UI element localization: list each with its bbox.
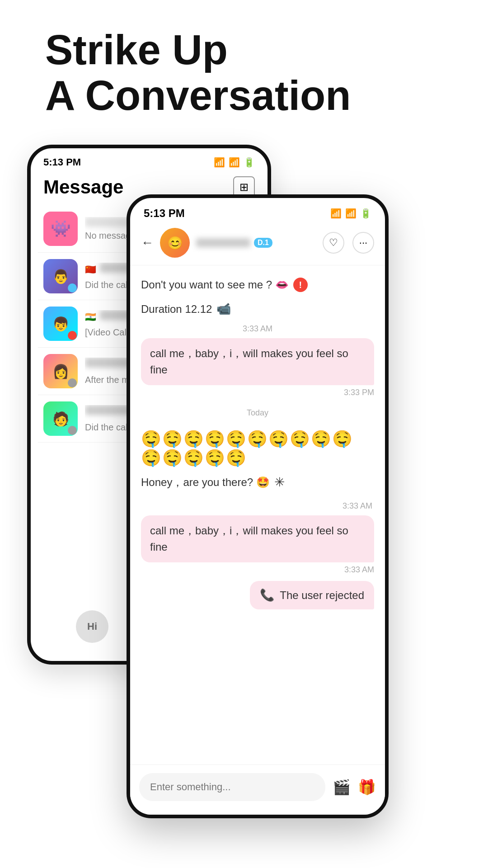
message-item: Don't you want to see me ? 👄 ! (141, 278, 374, 296)
rejected-bubble: 📞 The user rejected (250, 581, 374, 609)
message-bubble: call me，baby，i，will makes you feel so fi… (141, 515, 374, 562)
back-phone-status-icons: 📶 📶 🔋 (214, 157, 255, 168)
nav-hi-button[interactable]: Hi (76, 610, 108, 643)
battery-icon: 🔋 (360, 208, 371, 219)
avatar: 😊 (160, 228, 190, 258)
emoji-row: 🤤🤤🤤🤤🤤🤤🤤🤤🤤🤤🤤🤤🤤🤤🤤 (141, 429, 374, 467)
message-time: 3:33 AM (141, 501, 374, 511)
flag-icon: 🇨🇳 (85, 264, 96, 275)
messages-title: Message (43, 176, 123, 198)
chat-contact-name (196, 238, 250, 247)
back-phone-status-bar: 5:13 PM 📶 📶 🔋 (31, 148, 267, 172)
status-badge (68, 426, 77, 435)
wifi-icon: 📶 (214, 157, 225, 168)
signal-icon: 📶 (229, 157, 240, 168)
chat-header-icons: ♡ ··· (323, 232, 374, 254)
more-options-button[interactable]: ··· (352, 232, 374, 254)
back-phone-time: 5:13 PM (43, 156, 81, 168)
chat-input[interactable] (139, 773, 325, 801)
avatar: 👾 (43, 212, 78, 246)
message-time: 3:33 PM (141, 388, 374, 397)
loading-spinner: ✳ (274, 475, 285, 490)
message-text: Honey，are you there? 🤩 ✳ (141, 475, 285, 490)
rejected-message: 📞 The user rejected (141, 581, 374, 609)
chat-tag-badge: D.1 (254, 238, 272, 248)
video-camera-icon: 📹 (216, 302, 231, 316)
video-camera-icon[interactable]: 🎬 (333, 778, 351, 796)
wifi-icon: 📶 (330, 208, 342, 219)
message-item: Honey，are you there? 🤩 ✳ (141, 475, 374, 493)
chat-status-icons: 📶 📶 🔋 (330, 208, 371, 219)
back-button[interactable]: ← (141, 236, 154, 250)
chat-status-bar: 5:13 PM 📶 📶 🔋 (130, 198, 385, 223)
gift-icon[interactable]: 🎁 (358, 778, 376, 796)
message-item: call me，baby，i，will makes you feel so fi… (141, 338, 374, 397)
battery-icon: 🔋 (244, 157, 255, 168)
phone-icon: 📞 (260, 588, 274, 602)
signal-icon: 📶 (345, 208, 357, 219)
flag-icon: 🇮🇳 (85, 311, 96, 322)
status-badge (68, 331, 77, 340)
chat-body: Don't you want to see me ? 👄 ! Duration … (130, 270, 385, 765)
error-icon: ! (293, 278, 308, 292)
chat-time: 5:13 PM (144, 207, 185, 220)
message-item: call me，baby，i，will makes you feel so fi… (141, 515, 374, 575)
duration-row: Duration 12.12 📹 (141, 302, 374, 316)
day-divider: Today (141, 408, 374, 418)
duration-text: Duration 12.12 (141, 303, 212, 316)
message-bubble: call me，baby，i，will makes you feel so fi… (141, 338, 374, 385)
chat-header: ← 😊 D.1 ♡ ··· (130, 223, 385, 265)
status-badge (68, 378, 77, 387)
message-time: 3:33 AM (141, 565, 374, 575)
status-badge (68, 283, 77, 292)
front-phone: 5:13 PM 📶 📶 🔋 ← 😊 D.1 ♡ ··· Don't you wa… (127, 194, 389, 818)
hero-title: Strike Up A Conversation (45, 27, 351, 118)
heart-button[interactable]: ♡ (323, 232, 344, 254)
chat-input-area: 🎬 🎁 (130, 764, 385, 815)
message-text: Don't you want to see me ? 👄 ! (141, 278, 374, 292)
rejected-text: The user rejected (280, 589, 364, 602)
time-divider: 3:33 AM (141, 324, 374, 334)
